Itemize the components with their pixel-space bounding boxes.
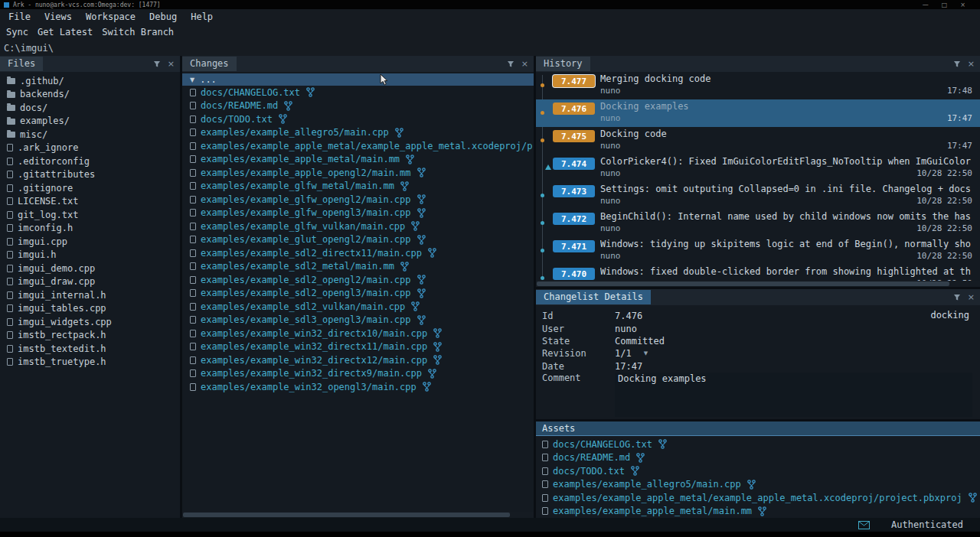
asset-row[interactable]: docs/CHANGELOG.txt bbox=[536, 438, 980, 451]
changed-file-row[interactable]: examples/example_win32_directx11/main.cp… bbox=[182, 340, 534, 354]
scrollbar-thumb[interactable] bbox=[183, 513, 510, 517]
menu-item[interactable]: Views bbox=[38, 11, 79, 22]
menu-item[interactable]: Workspace bbox=[79, 11, 142, 22]
file-tree-row[interactable]: misc/ bbox=[0, 128, 180, 142]
expander-icon[interactable]: ▼ bbox=[190, 76, 194, 83]
asset-row[interactable]: docs/TODO.txt bbox=[536, 464, 980, 478]
changed-file-row[interactable]: examples/example_sdl2_directx11/main.cpp bbox=[182, 246, 534, 260]
branch-icon bbox=[417, 235, 426, 245]
file-tree-row[interactable]: imgui_tables.cpp bbox=[0, 302, 180, 316]
changed-file-row[interactable]: docs/README.md bbox=[182, 99, 534, 113]
changed-file-row[interactable]: examples/example_apple_opengl2/main.mm bbox=[182, 166, 534, 180]
toolbar-button[interactable]: Get Latest bbox=[38, 27, 93, 37]
details-tab[interactable]: Changelist Details bbox=[536, 290, 651, 304]
menu-item[interactable]: Help bbox=[184, 11, 220, 22]
minimize-button[interactable]: — bbox=[923, 2, 929, 8]
changed-file-row[interactable]: examples/example_win32_directx10/main.cp… bbox=[182, 327, 534, 340]
file-tree-row[interactable]: .ark_ignore bbox=[0, 142, 180, 155]
file-tree-row[interactable]: imgui_widgets.cpp bbox=[0, 315, 180, 329]
changes-root-row[interactable]: ▼ ... bbox=[182, 73, 534, 86]
commit-author: nuno bbox=[600, 168, 621, 178]
changed-file-row[interactable]: docs/CHANGELOG.txt bbox=[182, 86, 534, 99]
changed-file-row[interactable]: examples/example_sdl2_opengl2/main.cpp bbox=[182, 273, 534, 287]
changed-file-row[interactable]: examples/example_apple_metal/example_app… bbox=[182, 139, 534, 153]
close-icon[interactable]: × bbox=[168, 60, 175, 68]
file-tree-row[interactable]: imstb_truetype.h bbox=[0, 356, 180, 369]
changed-file-row[interactable]: examples/example_glfw_opengl3/main.cpp bbox=[182, 207, 534, 220]
changes-horizontal-scrollbar[interactable] bbox=[182, 512, 534, 518]
file-tree-row[interactable]: .github/ bbox=[0, 74, 180, 88]
asset-row[interactable]: examples/example_apple_metal/example_app… bbox=[536, 491, 980, 505]
changed-file-row[interactable]: docs/TODO.txt bbox=[182, 112, 534, 126]
toolbar-button[interactable]: Switch Branch bbox=[102, 27, 174, 37]
filter-icon[interactable] bbox=[953, 294, 961, 301]
file-tree-row[interactable]: imgui.h bbox=[0, 249, 180, 262]
revision-dropdown-icon[interactable]: ▼ bbox=[644, 350, 648, 356]
file-tree-row[interactable]: .gitignore bbox=[0, 181, 180, 195]
file-tree-row[interactable]: examples/ bbox=[0, 115, 180, 129]
file-tree-row[interactable]: LICENSE.txt bbox=[0, 195, 180, 209]
assets-tab[interactable]: Assets bbox=[536, 423, 575, 434]
file-tree-row[interactable]: imstb_textedit.h bbox=[0, 342, 180, 356]
changed-file-row[interactable]: examples/example_win32_directx12/main.cp… bbox=[182, 353, 534, 367]
asset-row[interactable]: examples/example_apple_metal/main.mm bbox=[536, 505, 980, 519]
file-tree-row[interactable]: imgui_draw.cpp bbox=[0, 275, 180, 289]
changes-tab[interactable]: Changes bbox=[182, 57, 237, 71]
history-row[interactable]: 7.473 Settings: omit outputing Collapsed… bbox=[536, 182, 980, 210]
changed-file-row[interactable]: examples/example_glut_opengl2/main.cpp bbox=[182, 233, 534, 247]
file-tree-row[interactable]: backends/ bbox=[0, 88, 180, 102]
menu-item[interactable]: File bbox=[2, 11, 38, 22]
changed-file-row[interactable]: examples/example_glfw_opengl2/main.cpp bbox=[182, 193, 534, 207]
toolbar-button[interactable]: Sync bbox=[6, 27, 28, 37]
changed-file-name: examples/example_sdl2_metal/main.mm bbox=[201, 261, 394, 272]
asset-row[interactable]: examples/example_allegro5/main.cpp bbox=[536, 478, 980, 492]
filter-icon[interactable] bbox=[507, 60, 514, 68]
file-tree-row[interactable]: imconfig.h bbox=[0, 222, 180, 236]
changed-file-row[interactable]: examples/example_win32_directx9/main.cpp bbox=[182, 367, 534, 381]
history-row[interactable]: 7.470 Windows: fixed double-clicked bord… bbox=[536, 265, 980, 281]
file-tree-row[interactable]: imgui_internal.h bbox=[0, 288, 180, 302]
changed-file-row[interactable]: examples/example_apple_metal/main.mm bbox=[182, 153, 534, 167]
file-tree-row[interactable]: imgui.cpp bbox=[0, 235, 180, 249]
file-tree-row[interactable]: imstb_rectpack.h bbox=[0, 329, 180, 343]
close-button[interactable]: × bbox=[960, 2, 965, 8]
menu-item[interactable]: Debug bbox=[142, 11, 184, 22]
files-tab[interactable]: Files bbox=[0, 57, 43, 71]
history-row[interactable]: 7.476 Docking examples nuno 17:47 bbox=[536, 99, 980, 127]
changed-file-row[interactable]: examples/example_sdl2_metal/main.mm bbox=[182, 260, 534, 274]
user-label: User bbox=[536, 324, 615, 334]
changed-file-row[interactable]: examples/example_allegro5/main.cpp bbox=[182, 126, 534, 140]
history-row[interactable]: 7.477 Merging docking code nuno 17:48 bbox=[536, 72, 980, 99]
filter-icon[interactable] bbox=[153, 60, 161, 68]
file-name: backends/ bbox=[20, 89, 70, 99]
revision-label: Revision bbox=[536, 348, 615, 359]
history-row[interactable]: 7.472 BeginChild(): Internal name used b… bbox=[536, 210, 980, 237]
close-icon[interactable]: × bbox=[968, 60, 975, 68]
file-tree-row[interactable]: .editorconfig bbox=[0, 155, 180, 168]
close-icon[interactable]: × bbox=[968, 293, 975, 301]
changed-file-row[interactable]: examples/example_glfw_vulkan/main.cpp bbox=[182, 220, 534, 233]
changed-file-row[interactable]: examples/example_sdl2_vulkan/main.cpp bbox=[182, 300, 534, 314]
file-tree-row[interactable]: git_log.txt bbox=[0, 208, 180, 222]
file-name: .gitattributes bbox=[18, 169, 95, 180]
file-tree-row[interactable]: imgui_demo.cpp bbox=[0, 262, 180, 275]
changed-file-row[interactable]: examples/example_glfw_metal/main.mm bbox=[182, 180, 534, 194]
changed-file-row[interactable]: examples/example_sdl3_opengl3/main.cpp bbox=[182, 314, 534, 327]
file-tree-row[interactable]: docs/ bbox=[0, 101, 180, 115]
changed-file-name: examples/example_glfw_opengl2/main.cpp bbox=[201, 194, 411, 205]
history-row[interactable]: 7.474 ColorPicker4(): Fixed ImGuiColorEd… bbox=[536, 155, 980, 182]
changed-file-row[interactable]: examples/example_win32_opengl3/main.cpp bbox=[182, 380, 534, 394]
file-tree-row[interactable]: .gitattributes bbox=[0, 168, 180, 182]
history-tab[interactable]: History bbox=[536, 57, 590, 71]
history-row[interactable]: 7.471 Windows: tidying up skipitems logi… bbox=[536, 237, 980, 265]
scrollbar-thumb[interactable] bbox=[537, 282, 949, 286]
history-horizontal-scrollbar[interactable] bbox=[536, 281, 980, 287]
close-icon[interactable]: × bbox=[521, 60, 528, 68]
history-row[interactable]: 7.475 Docking code nuno 17:47 bbox=[536, 127, 980, 155]
comment-field[interactable]: Docking examples bbox=[615, 373, 972, 417]
asset-row[interactable]: docs/README.md bbox=[536, 451, 980, 465]
history-list: 7.477 Merging docking code nuno 17:48 7.… bbox=[536, 72, 980, 281]
filter-icon[interactable] bbox=[953, 60, 961, 68]
maximize-button[interactable]: □ bbox=[942, 2, 948, 8]
changed-file-row[interactable]: examples/example_sdl2_opengl3/main.cpp bbox=[182, 287, 534, 301]
